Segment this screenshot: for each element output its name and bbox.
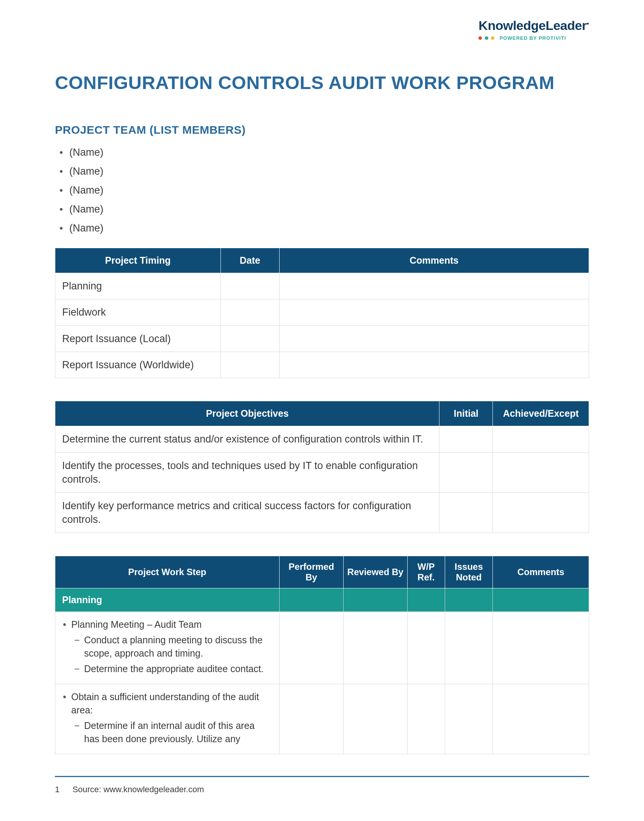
cell-label: Report Issuance (Local) xyxy=(55,325,221,352)
footer-text: 1 Source: www.knowledgeleader.com xyxy=(55,785,589,794)
cell-issues xyxy=(445,684,493,754)
th-reviewed: Reviewed By xyxy=(343,556,407,588)
team-heading: PROJECT TEAM (LIST MEMBERS) xyxy=(55,124,589,136)
objectives-table: Project Objectives Initial Achieved/Exce… xyxy=(55,401,589,533)
cell-achieved xyxy=(493,452,589,493)
step-title: Planning Meeting – Audit Team xyxy=(71,618,272,631)
brand-logo: KnowledgeLeader• POWERED BY PROTIVITI xyxy=(478,18,589,41)
section-blank xyxy=(445,588,493,612)
th-project-timing: Project Timing xyxy=(55,248,221,273)
brand-subline: POWERED BY PROTIVITI xyxy=(478,34,589,41)
dot-icon xyxy=(485,36,488,40)
page-title: CONFIGURATION CONTROLS AUDIT WORK PROGRA… xyxy=(55,72,589,93)
th-achieved: Achieved/Except xyxy=(493,401,589,426)
cell-wpref xyxy=(407,612,445,684)
document-page: KnowledgeLeader• POWERED BY PROTIVITI CO… xyxy=(0,0,644,821)
table-row: Identify the processes, tools and techni… xyxy=(55,452,589,493)
page-number: 1 xyxy=(55,785,59,794)
cell-label: Report Issuance (Worldwide) xyxy=(55,352,221,378)
table-row: Report Issuance (Local) xyxy=(55,325,589,352)
step-sub: Determine if an internal audit of this a… xyxy=(84,719,272,746)
cell-comments xyxy=(279,352,589,378)
cell-reviewed xyxy=(343,684,407,754)
section-blank xyxy=(407,588,445,612)
cell-date xyxy=(220,273,279,299)
table-row: Fieldwork xyxy=(55,299,589,325)
team-list: (Name) (Name) (Name) (Name) (Name) xyxy=(55,143,589,238)
cell-issues xyxy=(445,612,493,684)
brand-tagline: POWERED BY PROTIVITI xyxy=(500,35,566,41)
cell-date xyxy=(220,352,279,378)
cell-comments xyxy=(493,684,589,754)
timing-table: Project Timing Date Comments Planning Fi… xyxy=(55,248,589,378)
th-performed: Performed By xyxy=(279,556,343,588)
table-row: Determine the current status and/or exis… xyxy=(55,426,589,452)
th-comments: Comments xyxy=(279,248,589,273)
cell-reviewed xyxy=(343,612,407,684)
cell-workstep: Obtain a sufficient understanding of the… xyxy=(55,684,280,754)
th-wpref: W/P Ref. xyxy=(407,556,445,588)
step-title: Obtain a sufficient understanding of the… xyxy=(71,690,272,717)
cell-comments xyxy=(279,299,589,325)
cell-performed xyxy=(279,612,343,684)
section-row: Planning xyxy=(55,588,589,612)
dot-icon xyxy=(491,36,494,40)
cell-label: Planning xyxy=(55,273,221,299)
step-sub: Determine the appropriate auditee contac… xyxy=(84,662,272,676)
th-objectives: Project Objectives xyxy=(55,401,439,426)
cell-initial xyxy=(439,452,493,493)
th-date: Date xyxy=(220,248,279,273)
section-blank xyxy=(343,588,407,612)
table-header-row: Project Timing Date Comments xyxy=(55,248,589,273)
cell-achieved xyxy=(493,426,589,452)
section-label: Planning xyxy=(55,588,280,612)
brand-name: KnowledgeLeader xyxy=(478,18,586,33)
th-initial: Initial xyxy=(439,401,493,426)
cell-date xyxy=(220,299,279,325)
step-sub: Conduct a planning meeting to discuss th… xyxy=(84,633,272,660)
team-member: (Name) xyxy=(69,200,589,219)
cell-initial xyxy=(439,493,493,533)
table-row: Obtain a sufficient understanding of the… xyxy=(55,684,589,754)
cell-comments xyxy=(493,612,589,684)
team-member: (Name) xyxy=(69,162,589,181)
page-footer: 1 Source: www.knowledgeleader.com xyxy=(55,776,589,794)
th-issues: Issues Noted xyxy=(445,556,493,588)
cell-achieved xyxy=(493,493,589,533)
table-row: Planning xyxy=(55,273,589,299)
dot-icon xyxy=(478,36,482,40)
team-member: (Name) xyxy=(69,181,589,200)
cell-label: Fieldwork xyxy=(55,299,221,325)
table-header-row: Project Objectives Initial Achieved/Exce… xyxy=(55,401,589,426)
footer-source: Source: www.knowledgeleader.com xyxy=(72,785,204,794)
cell-comments xyxy=(279,273,589,299)
cell-date xyxy=(220,325,279,352)
worksteps-table: Project Work Step Performed By Reviewed … xyxy=(55,556,589,755)
team-member: (Name) xyxy=(69,219,589,238)
team-member: (Name) xyxy=(69,143,589,162)
table-row: Report Issuance (Worldwide) xyxy=(55,352,589,378)
cell-workstep: Planning Meeting – Audit Team Conduct a … xyxy=(55,612,280,684)
table-row: Identify key performance metrics and cri… xyxy=(55,493,589,533)
th-comments: Comments xyxy=(493,556,589,588)
cell-objective: Determine the current status and/or exis… xyxy=(55,426,439,452)
table-row: Planning Meeting – Audit Team Conduct a … xyxy=(55,612,589,684)
footer-rule xyxy=(55,776,589,777)
cell-objective: Identify the processes, tools and techni… xyxy=(55,452,439,493)
brand-dot: • xyxy=(587,20,589,28)
cell-wpref xyxy=(407,684,445,754)
table-header-row: Project Work Step Performed By Reviewed … xyxy=(55,556,589,588)
section-blank xyxy=(493,588,589,612)
cell-initial xyxy=(439,426,493,452)
cell-objective: Identify key performance metrics and cri… xyxy=(55,493,439,533)
cell-comments xyxy=(279,325,589,352)
cell-performed xyxy=(279,684,343,754)
th-workstep: Project Work Step xyxy=(55,556,280,588)
section-blank xyxy=(279,588,343,612)
